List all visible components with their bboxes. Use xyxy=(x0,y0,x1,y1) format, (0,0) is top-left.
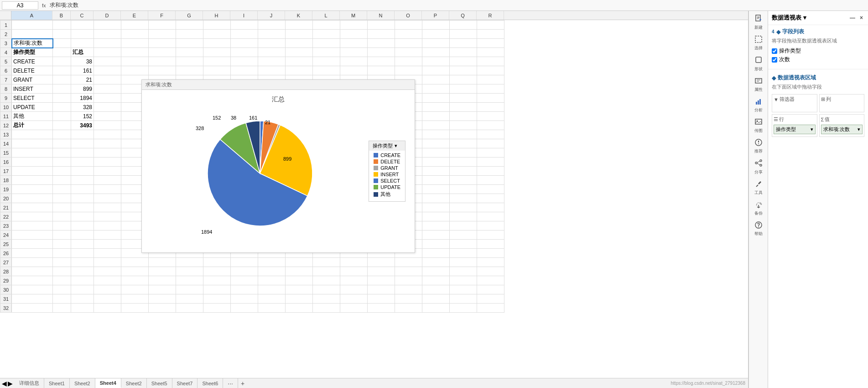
cell-J31[interactable] xyxy=(258,294,286,304)
cell-Q11[interactable] xyxy=(450,112,477,121)
cell-Q32[interactable] xyxy=(450,304,477,313)
cell-Q3[interactable] xyxy=(450,39,477,48)
cell-G29[interactable] xyxy=(176,276,203,285)
cell-C10[interactable]: 328 xyxy=(71,103,94,112)
cell-F31[interactable] xyxy=(149,294,176,304)
legend-header[interactable]: 操作类型 ▾ xyxy=(369,141,405,151)
cell-Q5[interactable] xyxy=(450,57,477,66)
cell-C14[interactable] xyxy=(71,139,94,148)
cell-D10[interactable] xyxy=(94,103,121,112)
icon-backup[interactable]: 备份 xyxy=(749,199,768,218)
cell-E4[interactable] xyxy=(121,48,149,57)
cell-R1[interactable] xyxy=(477,21,504,30)
cell-C16[interactable] xyxy=(71,157,94,167)
cell-R20[interactable] xyxy=(477,194,504,203)
cell-M29[interactable] xyxy=(340,276,368,285)
cell-R17[interactable] xyxy=(477,167,504,176)
cell-Q25[interactable] xyxy=(450,240,477,249)
cell-G5[interactable] xyxy=(176,57,203,66)
col-header-G[interactable]: G xyxy=(176,11,203,20)
cell-E2[interactable] xyxy=(121,30,149,39)
cell-R16[interactable] xyxy=(477,157,504,167)
cell-R31[interactable] xyxy=(477,294,504,304)
cell-B29[interactable] xyxy=(53,276,71,285)
icon-image[interactable]: 传图 xyxy=(749,116,768,136)
cell-Q12[interactable] xyxy=(450,121,477,130)
col-header-D[interactable]: D xyxy=(94,11,121,20)
cell-C18[interactable] xyxy=(71,176,94,185)
row-number[interactable]: 4 xyxy=(0,48,12,57)
cell-E32[interactable] xyxy=(121,304,149,313)
cell-D19[interactable] xyxy=(94,185,121,194)
tab-sheet2-2[interactable]: Sheet2 xyxy=(121,378,147,388)
row-number[interactable]: 3 xyxy=(0,39,12,48)
cell-P22[interactable] xyxy=(422,212,450,221)
cell-C17[interactable] xyxy=(71,167,94,176)
cell-B13[interactable] xyxy=(53,130,71,139)
cell-D11[interactable] xyxy=(94,112,121,121)
col-header-Q[interactable]: Q xyxy=(449,11,477,20)
cell-R32[interactable] xyxy=(477,304,504,313)
cell-P8[interactable] xyxy=(422,84,450,94)
cell-Q1[interactable] xyxy=(450,21,477,30)
cell-E3[interactable] xyxy=(121,39,149,48)
col-header-B[interactable]: B xyxy=(52,11,71,20)
cell-L4[interactable] xyxy=(313,48,340,57)
cell-I30[interactable] xyxy=(231,285,258,294)
icon-recommend[interactable]: 推荐 xyxy=(749,136,768,156)
cell-R2[interactable] xyxy=(477,30,504,39)
cell-I31[interactable] xyxy=(231,294,258,304)
cell-E31[interactable] xyxy=(121,294,149,304)
cell-D7[interactable] xyxy=(94,75,121,84)
cell-G32[interactable] xyxy=(176,304,203,313)
cell-N2[interactable] xyxy=(368,30,395,39)
cell-P3[interactable] xyxy=(422,39,450,48)
cell-R9[interactable] xyxy=(477,94,504,103)
cell-R15[interactable] xyxy=(477,148,504,157)
cell-F5[interactable] xyxy=(149,57,176,66)
cell-L27[interactable] xyxy=(313,258,340,267)
cell-Q4[interactable] xyxy=(450,48,477,57)
cell-B27[interactable] xyxy=(53,258,71,267)
tab-sheet6[interactable]: Sheet6 xyxy=(198,378,223,388)
cell-D15[interactable] xyxy=(94,148,121,157)
cell-C25[interactable] xyxy=(71,240,94,249)
row-number[interactable]: 15 xyxy=(0,148,12,157)
cell-B26[interactable] xyxy=(53,249,71,258)
cell-B20[interactable] xyxy=(53,194,71,203)
cell-P13[interactable] xyxy=(422,130,450,139)
cell-Q6[interactable] xyxy=(450,66,477,75)
cell-L29[interactable] xyxy=(313,276,340,285)
cell-O32[interactable] xyxy=(395,304,422,313)
cell-A7[interactable]: GRANT xyxy=(12,75,53,84)
cell-D16[interactable] xyxy=(94,157,121,167)
cell-M31[interactable] xyxy=(340,294,368,304)
cell-M1[interactable] xyxy=(340,21,368,30)
cell-Q8[interactable] xyxy=(450,84,477,94)
cell-O1[interactable] xyxy=(395,21,422,30)
cell-O27[interactable] xyxy=(395,258,422,267)
cell-Q23[interactable] xyxy=(450,221,477,231)
cell-N4[interactable] xyxy=(368,48,395,57)
cell-R19[interactable] xyxy=(477,185,504,194)
cell-Q7[interactable] xyxy=(450,75,477,84)
cell-C9[interactable]: 1894 xyxy=(71,94,94,103)
cell-A8[interactable]: INSERT xyxy=(12,84,53,94)
cell-A12[interactable]: 总计 xyxy=(12,121,53,130)
cell-G31[interactable] xyxy=(176,294,203,304)
cell-R14[interactable] xyxy=(477,139,504,148)
cell-A5[interactable]: CREATE xyxy=(12,57,53,66)
cell-C8[interactable]: 899 xyxy=(71,84,94,94)
cell-K27[interactable] xyxy=(286,258,313,267)
cell-K5[interactable] xyxy=(286,57,313,66)
row-number[interactable]: 2 xyxy=(0,30,12,39)
cell-A3[interactable]: 求和项:次数 xyxy=(12,39,53,48)
cell-B7[interactable] xyxy=(53,75,71,84)
cell-R30[interactable] xyxy=(477,285,504,294)
sheet-nav-left[interactable]: ◀ xyxy=(2,380,7,387)
cell-N6[interactable] xyxy=(368,66,395,75)
cell-B17[interactable] xyxy=(53,167,71,176)
cell-C21[interactable] xyxy=(71,203,94,212)
cell-B31[interactable] xyxy=(53,294,71,304)
cell-I6[interactable] xyxy=(231,66,258,75)
